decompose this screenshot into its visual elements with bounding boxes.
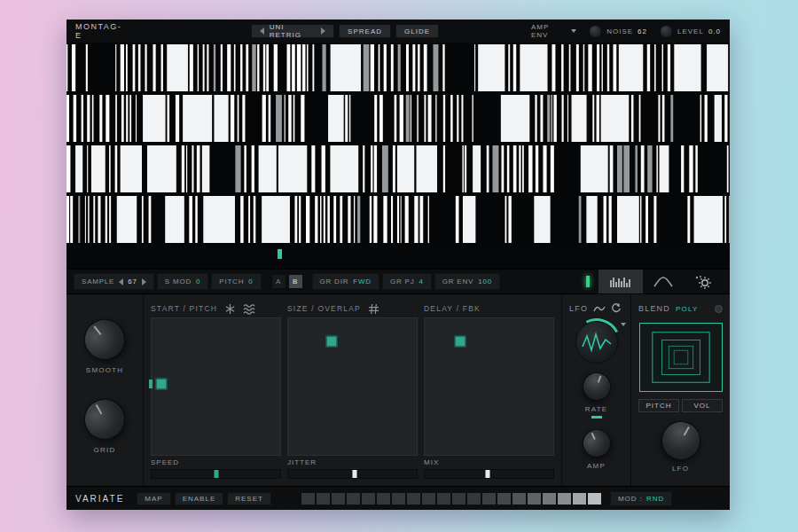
rate-sync-indicator[interactable] [591,416,602,419]
reset-button[interactable]: RESET [227,492,271,505]
rate-label: RATE [585,405,608,413]
sample-prev-icon[interactable] [119,278,123,286]
uni-retrig-label: UNI RETRIG [270,23,316,39]
mod-label: MOD : [618,495,643,503]
grenv-label: GR ENV [442,278,473,286]
xy-pads-section: START / PITCH [143,294,561,486]
xy-pad-1[interactable] [151,317,281,456]
grenv-value: 100 [478,278,492,286]
noise-knob[interactable] [589,25,602,38]
blend-header: BLEND POLY [631,300,730,317]
level-value: 0.0 [708,27,721,35]
env-view-tab[interactable] [643,270,684,293]
level-knob[interactable] [660,25,673,38]
slider-3[interactable] [424,469,554,479]
slider-2[interactable] [287,469,418,479]
grain-env-control[interactable]: GR ENV 100 [434,273,500,290]
blend-title: BLEND [638,304,670,313]
chevron-down-icon[interactable] [571,29,576,33]
plugin-window: MONTAG-E UNI RETRIG SPREAD GLIDE AMP ENV… [66,20,730,510]
xy-marker[interactable] [325,335,337,347]
layer-b-button[interactable]: B [288,274,303,289]
pad-2-title: SIZE / OVERLAP [287,304,361,313]
blend-mode-value[interactable]: POLY [676,305,699,313]
next-arrow-icon[interactable] [321,27,325,35]
rate-knob[interactable] [578,368,614,404]
speed-label: SPEED [151,458,281,466]
slider-thumb[interactable] [214,470,218,478]
blend-pitch-button[interactable]: PITCH [638,399,679,412]
waveform-footer [66,246,730,269]
uni-retrig-button[interactable]: UNI RETRIG [251,24,334,38]
grid-label: GRID [94,446,116,454]
waveform-display[interactable] [66,43,730,246]
lfo-scope-knob[interactable] [575,321,618,364]
top-header: MONTAG-E UNI RETRIG SPREAD GLIDE AMP ENV… [66,20,730,43]
plugin-title: MONTAG-E [75,22,126,40]
mod-value: RND [646,495,664,503]
sample-value: 67 [128,278,137,286]
mod-source-control[interactable]: MOD : RND [610,491,672,506]
blend-target-buttons: PITCH VOL [638,399,723,412]
blend-squares-display[interactable] [639,323,723,392]
grain-view-tab[interactable] [598,270,643,293]
left-knob-column: SMOOTH GRID [66,294,143,486]
gear-icon [694,275,712,289]
grid-knob[interactable] [77,392,133,448]
sample-next-icon[interactable] [142,278,146,286]
variation-meter [301,493,601,505]
mix-label: MIX [424,458,554,466]
blend-lfo-knob[interactable] [653,414,707,467]
map-button[interactable]: MAP [137,492,170,505]
lfo-shape-icon[interactable] [593,304,606,313]
slider-thumb[interactable] [486,470,490,478]
level-label: LEVEL [677,27,704,35]
grain-pj-control[interactable]: GR PJ 4 [382,273,432,290]
sample-selector[interactable]: SAMPLE 67 [74,273,154,290]
waves-icon[interactable] [243,303,255,315]
xy-pad-3[interactable] [424,317,554,456]
settings-view-tab[interactable] [684,270,723,293]
smooth-knob[interactable] [76,311,134,369]
grid-icon[interactable] [368,303,379,315]
grpj-value: 4 [419,278,424,286]
spread-button[interactable]: SPREAD [339,24,391,38]
slider-thumb[interactable] [353,470,357,478]
amp-env-dropdown[interactable]: AMP ENV [531,23,576,39]
amp-knob[interactable] [577,425,615,463]
xy-marker[interactable] [155,378,167,389]
grdir-label: GR DIR [320,278,349,286]
pad-1-header: START / PITCH [151,300,281,317]
pitch-label: PITCH [219,278,244,286]
view-switcher [574,270,723,293]
curve-peak-icon [653,276,673,288]
lfo-scope-wrap [575,321,618,364]
variate-label: VARIATE [75,494,124,504]
blend-mode-knob[interactable] [715,305,723,313]
grain-direction-control[interactable]: GR DIR FWD [312,273,379,290]
playhead-marker[interactable] [278,249,282,259]
noise-control: NOISE 62 [589,25,647,38]
pitch-control[interactable]: PITCH 0 [211,273,261,290]
lfo-shape-caret-icon[interactable] [621,323,626,326]
amp-label: AMP [587,462,606,470]
slider-1[interactable] [151,469,281,479]
xy-pad-2[interactable] [287,317,418,456]
enable-button[interactable]: ENABLE [175,492,224,505]
asterisk-icon[interactable] [224,303,236,315]
lfo-loop-icon[interactable] [611,303,622,314]
main-panel: SMOOTH GRID START / PITCH [66,294,730,486]
pad-2-header: SIZE / OVERLAP [287,300,418,317]
prev-arrow-icon[interactable] [260,27,264,35]
noise-label: NOISE [606,27,633,35]
blend-vol-button[interactable]: VOL [682,399,723,412]
xy-marker[interactable] [455,335,466,347]
lfo-waveform-icon [581,329,613,356]
layer-a-button[interactable]: A [271,274,286,289]
lfo-header: LFO [562,300,630,317]
smod-control[interactable]: S MOD 0 [157,273,208,290]
grain-bars-icon [609,276,632,288]
blend-section: BLEND POLY PITCH VOL LFO [630,294,730,486]
blend-lfo-label: LFO [672,465,689,473]
glide-button[interactable]: GLIDE [395,24,439,38]
